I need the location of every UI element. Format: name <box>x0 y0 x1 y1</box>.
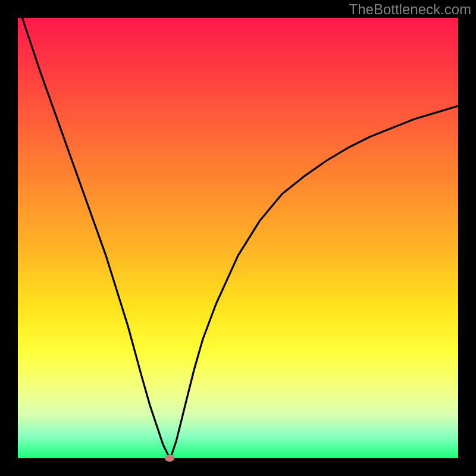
bottleneck-curve <box>18 18 458 458</box>
plot-area <box>18 18 458 458</box>
chart-frame: TheBottleneck.com <box>0 0 476 476</box>
watermark-text: TheBottleneck.com <box>349 1 471 18</box>
optimal-point-marker <box>165 455 174 462</box>
